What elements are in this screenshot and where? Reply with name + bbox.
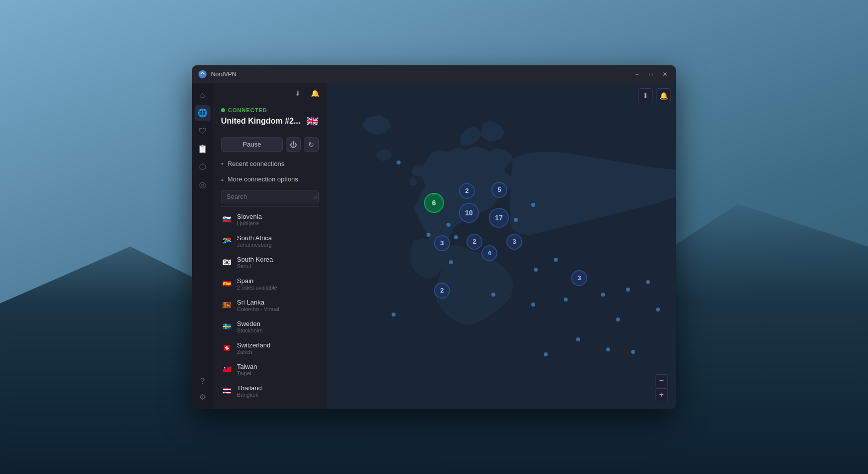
map-notification-button[interactable]: 🔔	[656, 88, 671, 103]
map-cluster-c6[interactable]: 3	[434, 235, 450, 251]
map-dot	[514, 218, 518, 222]
search-container: ⌕	[213, 187, 327, 206]
download-icon: ⬇	[295, 89, 301, 97]
zoom-minus-button[interactable]: −	[655, 374, 668, 387]
map-dot	[601, 293, 605, 297]
status-label: CONNECTED	[221, 107, 319, 113]
sidebar-target-button[interactable]: ◎	[195, 177, 211, 193]
zoom-plus-button[interactable]: +	[655, 388, 668, 401]
map-cluster-c1[interactable]: 6	[424, 193, 444, 213]
recent-connections-accordion[interactable]: ▾ Recent connections	[213, 156, 327, 171]
country-flag: 🇱🇰	[221, 300, 232, 311]
map-dot	[626, 288, 630, 292]
country-name: Sri Lanka	[237, 299, 279, 306]
close-button[interactable]: ✕	[660, 69, 670, 79]
country-flag: 🇸🇪	[221, 321, 232, 332]
map-dot	[392, 313, 396, 316]
country-list-item[interactable]: 🇿🇦 South Africa Johannesburg	[213, 230, 327, 252]
top-action-bar: ⬇ 🔔	[213, 83, 327, 103]
pause-button[interactable]: Pause	[221, 137, 283, 152]
map-cluster-c9[interactable]: 4	[481, 245, 497, 261]
map-cluster-c4[interactable]: 10	[459, 203, 479, 223]
maximize-button[interactable]: □	[646, 69, 656, 79]
country-info: Taiwan Taipei	[237, 363, 257, 376]
map-dot	[491, 293, 495, 297]
svg-point-0	[199, 70, 207, 78]
sidebar-bottom: ? ⚙	[195, 373, 211, 405]
country-name: Taiwan	[237, 363, 257, 370]
map-download-button[interactable]: ⬇	[638, 88, 653, 103]
sidebar-help-button[interactable]: ?	[195, 373, 211, 389]
country-flag: 🇨🇭	[221, 342, 232, 353]
country-flag: 🇪🇸	[221, 278, 232, 289]
map-dot	[576, 337, 580, 341]
country-list-item[interactable]: 🇹🇭 Thailand Bangkok	[213, 380, 327, 402]
search-box: ⌕	[221, 190, 319, 203]
country-city: Stockholm	[237, 327, 262, 333]
map-top-buttons: ⬇ 🔔	[638, 88, 671, 103]
map-cluster-c3[interactable]: 5	[491, 182, 507, 198]
sidebar-file-button[interactable]: 📋	[195, 141, 211, 157]
power-icon: ⏻	[290, 141, 297, 149]
map-zoom-controls: − +	[655, 374, 668, 401]
sidebar-home-button[interactable]: ⌂	[195, 87, 211, 103]
map-cluster-c8[interactable]: 3	[506, 234, 522, 250]
notifications-button[interactable]: 🔔	[308, 86, 322, 100]
country-list-item[interactable]: 🇸🇮 Slovenia Ljubljana	[213, 209, 327, 230]
nordvpn-logo	[198, 70, 207, 79]
country-city: Colombo - Virtual	[237, 306, 279, 312]
country-info: South Korea Seoul	[237, 256, 273, 269]
map-dot	[427, 233, 431, 237]
country-info: Thailand Bangkok	[237, 384, 262, 398]
map-cluster-c5[interactable]: 17	[489, 208, 509, 228]
download-button[interactable]: ⬇	[291, 86, 305, 100]
window-controls: − □ ✕	[632, 69, 670, 79]
map-dot	[531, 203, 535, 207]
map-cluster-c7[interactable]: 2	[466, 234, 482, 250]
map-dot	[397, 160, 401, 164]
map-dot	[646, 280, 650, 284]
map-cluster-c10[interactable]: 2	[434, 283, 450, 299]
sidebar-mesh-button[interactable]: ⬡	[195, 159, 211, 175]
country-flag: 🇹🇭	[221, 385, 232, 396]
country-list-item[interactable]: 🇸🇪 Sweden Stockholm	[213, 316, 327, 337]
recent-connections-label: Recent connections	[227, 160, 284, 167]
sidebar-globe-button[interactable]: 🌐	[195, 105, 211, 121]
sidebar-settings-button[interactable]: ⚙	[195, 389, 211, 405]
status-dot	[221, 108, 225, 112]
more-options-accordion[interactable]: ▴ More connection options	[213, 171, 327, 187]
map-cluster-c2[interactable]: 2	[459, 183, 475, 199]
country-name: Switzerland	[237, 341, 270, 349]
action-buttons: Pause ⏻ ↻	[213, 133, 327, 156]
bell-icon: 🔔	[311, 89, 319, 97]
map-dot	[544, 352, 548, 356]
map-dot	[616, 317, 620, 321]
power-button[interactable]: ⏻	[286, 137, 301, 152]
search-input[interactable]	[226, 193, 310, 200]
map-dot	[554, 258, 558, 262]
country-name: South Africa	[237, 234, 272, 242]
country-list-item[interactable]: 🇹🇼 Taiwan Taipei	[213, 359, 327, 380]
more-options-label: More connection options	[227, 175, 298, 183]
country-flag: 🇸🇮	[221, 214, 232, 225]
map-dot	[449, 260, 453, 264]
country-flag: 🇹🇼	[221, 364, 232, 375]
country-city: Seoul	[237, 263, 273, 269]
status-text: CONNECTED	[228, 107, 267, 113]
map-dot	[631, 350, 635, 354]
country-name: Spain	[237, 277, 277, 285]
country-city: Johannesburg	[237, 242, 272, 248]
country-list-item[interactable]: 🇪🇸 Spain 2 cities available	[213, 273, 327, 295]
refresh-icon: ↻	[308, 141, 314, 149]
country-list-item[interactable]: 🇱🇰 Sri Lanka Colombo - Virtual	[213, 295, 327, 316]
country-name: Sweden	[237, 320, 262, 327]
country-info: Sweden Stockholm	[237, 320, 262, 333]
server-name: United Kingdom #2...	[221, 117, 300, 126]
title-bar: NordVPN − □ ✕	[192, 65, 676, 83]
country-list-item[interactable]: 🇨🇭 Switzerland Zurich	[213, 337, 327, 359]
country-list-item[interactable]: 🇰🇷 South Korea Seoul	[213, 252, 327, 273]
refresh-button[interactable]: ↻	[304, 137, 319, 152]
minimize-button[interactable]: −	[632, 69, 642, 79]
sidebar-shield-button[interactable]: 🛡	[195, 123, 211, 139]
map-cluster-c11[interactable]: 3	[571, 270, 587, 286]
